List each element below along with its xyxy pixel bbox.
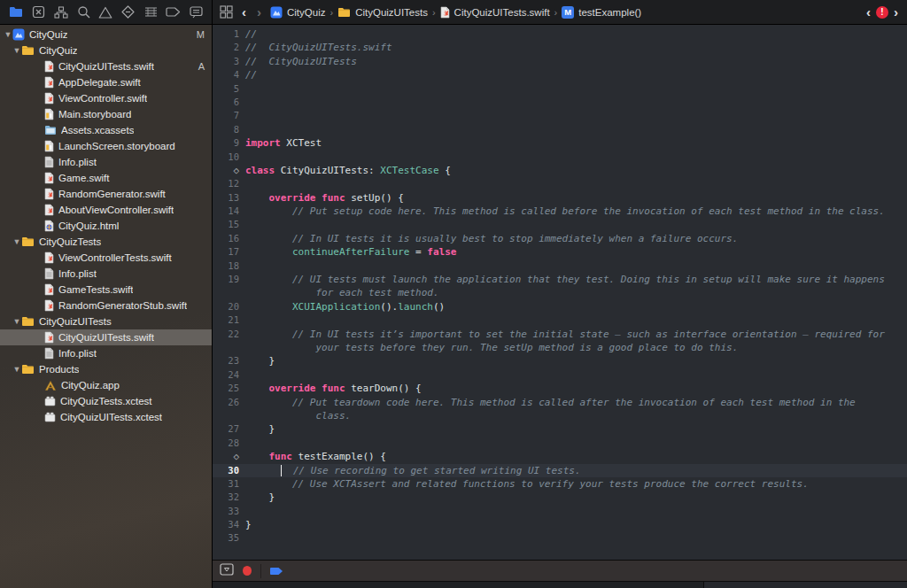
tree-group-row[interactable]: ▼CityQuiz [0,43,212,58]
breadcrumb-item[interactable]: CityQuizUITests.swift [440,6,550,19]
error-badge[interactable]: ! [876,6,888,19]
tree-group-row[interactable]: ▼CityQuizM [0,27,212,43]
code-text: override func tearDown() { [245,382,907,395]
code-line[interactable]: 24 [213,368,907,382]
code-text [245,109,907,122]
tree-file-row[interactable]: Info.plist [0,345,212,361]
tree-file-row[interactable]: CityQuiz.html [0,218,212,234]
report-navigator-icon[interactable] [186,3,206,22]
line-number [213,341,245,354]
tree-group-row[interactable]: ▼Products [0,361,212,377]
tree-file-row[interactable]: AboutViewController.swift [0,202,212,218]
code-line[interactable]: 21 [213,313,907,327]
tree-file-row[interactable]: CityQuizUITests.xctest [0,409,212,425]
code-line[interactable]: 17 continueAfterFailure = false [213,245,907,259]
code-line[interactable]: ◇class CityQuizUITests: XCTestCase { [213,164,907,177]
code-line[interactable]: 5 [213,82,907,96]
symbol-navigator-icon[interactable] [50,3,71,22]
tree-file-row[interactable]: ViewControllerTests.swift [0,250,212,266]
code-line[interactable]: 28 [213,437,907,450]
previous-issue-chevron-icon[interactable]: ‹ [864,5,872,19]
code-area[interactable]: 1//2// CityQuizUITests.swift3// CityQuiz… [213,25,907,560]
issue-navigator-icon[interactable] [96,3,116,22]
code-line[interactable]: 3// CityQuizUITests [213,55,907,68]
code-line[interactable]: your tests before they run. The setUp me… [213,341,907,354]
next-issue-chevron-icon[interactable]: › [892,5,900,19]
test-run-diamond-icon[interactable]: ◇ [213,164,245,177]
tree-file-row[interactable]: CityQuizUITests.swiftA [0,58,212,74]
code-line[interactable]: 4// [213,68,907,81]
code-line[interactable]: 35 [213,531,907,545]
tree-group-row[interactable]: ▼CityQuizUITests [0,313,212,329]
code-line[interactable]: 32 } [213,491,907,504]
code-text [245,82,907,96]
code-line[interactable]: 18 [213,259,907,273]
related-items-grid-icon[interactable] [220,5,233,19]
tree-file-row[interactable]: CityQuizUITests.swift [0,329,212,345]
tree-file-row[interactable]: Main.storyboard [0,106,212,122]
source-control-navigator-icon[interactable] [27,3,48,22]
tree-file-row[interactable]: ViewController.swift [0,90,212,106]
code-line[interactable]: for each test method. [213,286,907,299]
code-line[interactable]: 25 override func tearDown() { [213,382,907,395]
record-ui-test-icon[interactable] [243,566,252,576]
code-line[interactable]: 2// CityQuizUITests.swift [213,41,907,54]
code-line[interactable]: 33 [213,505,907,518]
code-line[interactable]: ◇ func testExample() { [213,450,907,463]
disclosure-triangle-icon[interactable]: ▼ [4,30,12,39]
tree-file-row[interactable]: CityQuiz.app [0,377,212,393]
disclosure-triangle-icon[interactable]: ▼ [12,46,21,55]
tree-group-row[interactable]: ▼CityQuizTests [0,234,212,250]
breadcrumb-item[interactable]: CityQuizUITests [337,7,428,18]
code-line[interactable]: 15 [213,218,907,231]
code-line[interactable]: 16 // In UI tests it is usually best to … [213,232,907,245]
tree-file-row[interactable]: LaunchScreen.storyboard [0,138,212,154]
tree-file-row[interactable]: AppDelegate.swift [0,74,212,90]
code-text: // UI tests must launch the application … [245,273,907,286]
disclosure-triangle-icon[interactable]: ▼ [12,237,21,246]
code-line[interactable]: 34} [213,518,907,531]
tree-file-row[interactable]: Info.plist [0,154,212,170]
line-number: 21 [213,313,245,327]
code-line[interactable]: 7 [213,109,907,122]
test-navigator-icon[interactable] [118,3,138,22]
tree-file-row[interactable]: Game.swift [0,170,212,186]
forward-chevron-icon[interactable]: › [255,5,263,19]
code-line[interactable]: 10 [213,151,907,164]
disclosure-triangle-icon[interactable]: ▼ [12,317,21,326]
code-line[interactable]: 8 [213,123,907,136]
disclosure-triangle-icon[interactable]: ▼ [12,365,21,374]
tree-file-row[interactable]: CityQuizTests.xctest [0,393,212,409]
code-line[interactable]: 26 // Put teardown code here. This metho… [213,396,907,409]
code-line[interactable]: 13 override func setUp() { [213,191,907,205]
back-chevron-icon[interactable]: ‹ [240,5,248,19]
code-line[interactable]: 27 } [213,422,907,436]
breadcrumb-item[interactable]: MtestExample() [562,6,641,19]
code-line[interactable]: 1// [213,27,907,41]
code-line[interactable]: 6 [213,96,907,109]
tree-file-row[interactable]: RandomGenerator.swift [0,186,212,202]
code-line[interactable]: 9import XCTest [213,136,907,150]
hide-debug-area-icon[interactable] [220,563,234,579]
project-navigator-icon[interactable] [5,3,26,22]
code-line[interactable]: 31 // Use XCTAssert and related function… [213,477,907,491]
tree-file-row[interactable]: Info.plist [0,266,212,282]
debug-navigator-icon[interactable] [141,3,161,22]
tree-file-row[interactable]: RandomGeneratorStub.swift [0,298,212,313]
tree-file-row[interactable]: Assets.xcassets [0,122,212,138]
code-line[interactable]: 19 // UI tests must launch the applicati… [213,273,907,286]
test-run-diamond-icon[interactable]: ◇ [213,450,245,463]
code-line[interactable]: 23 } [213,354,907,368]
code-line[interactable]: class. [213,409,907,422]
find-navigator-icon[interactable] [73,3,93,22]
breakpoint-navigator-icon[interactable] [163,3,183,22]
code-line[interactable]: 20 XCUIApplication().launch() [213,300,907,313]
code-line[interactable]: 30 // Use recording to get started writi… [213,464,907,477]
code-line[interactable]: 14 // Put setup code here. This method i… [213,205,907,218]
breadcrumb-item[interactable]: CityQuiz [270,6,325,19]
tree-file-row[interactable]: GameTests.swift [0,282,212,298]
breakpoints-toggle-icon[interactable] [270,563,283,579]
code-line[interactable]: 22 // In UI tests it’s important to set … [213,328,907,341]
line-number: 15 [213,218,245,231]
code-line[interactable]: 12 [213,177,907,190]
